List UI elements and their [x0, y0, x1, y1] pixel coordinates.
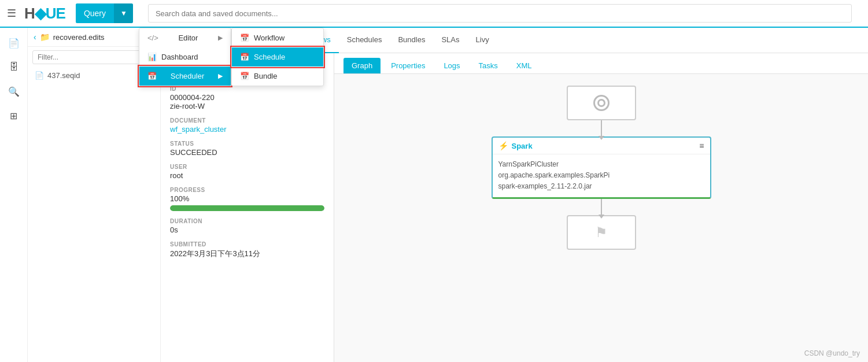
- top-bar: ☰ H◆UE Query ▼: [0, 0, 868, 28]
- query-main-button[interactable]: Query: [76, 3, 114, 23]
- logo: H◆UE: [24, 5, 65, 23]
- search-input[interactable]: [148, 4, 852, 23]
- search-bar: [148, 4, 852, 23]
- query-button-group: Query ▼: [76, 3, 133, 23]
- hamburger-icon[interactable]: ☰: [7, 7, 16, 20]
- query-dropdown-button[interactable]: ▼: [114, 3, 133, 23]
